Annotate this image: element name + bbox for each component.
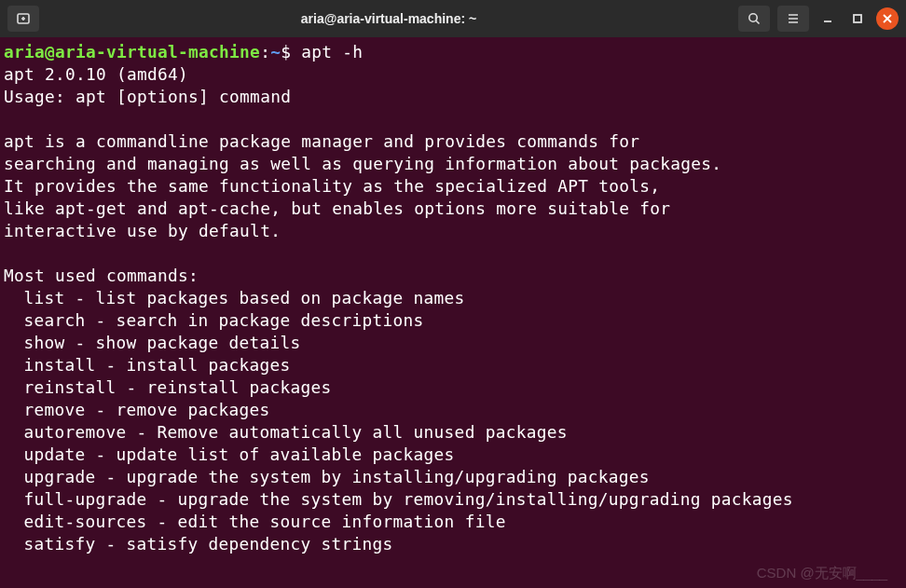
command-item: list - list packages based on package na… <box>4 287 902 309</box>
command-item: update - update list of available packag… <box>4 444 902 466</box>
close-icon <box>882 13 893 24</box>
output-desc-3: like apt-get and apt-cache, but enables … <box>4 198 902 220</box>
command-item: remove - remove packages <box>4 399 902 421</box>
svg-rect-2 <box>854 15 861 22</box>
prompt-separator: : <box>260 42 270 62</box>
new-tab-button[interactable] <box>7 6 39 32</box>
prompt-user-host: aria@aria-virtual-machine <box>4 42 260 62</box>
search-button[interactable] <box>738 6 770 32</box>
new-tab-icon <box>16 11 31 26</box>
command-item: search - search in package descriptions <box>4 309 902 332</box>
output-usage: Usage: apt [options] command <box>4 86 902 108</box>
watermark: CSDN @无安啊____ <box>757 565 887 582</box>
command-item: satisfy - satisfy dependency strings <box>4 533 902 555</box>
prompt-symbol: $ <box>281 42 291 62</box>
command-text: apt -h <box>301 42 363 62</box>
titlebar: aria@aria-virtual-machine: ~ <box>0 0 906 37</box>
svg-point-1 <box>749 14 757 21</box>
command-item: reinstall - reinstall packages <box>4 376 902 399</box>
commands-header: Most used commands: <box>4 265 902 287</box>
prompt-path: ~ <box>270 42 281 62</box>
maximize-icon <box>852 13 863 24</box>
command-item: upgrade - upgrade the system by installi… <box>4 466 902 488</box>
command-item: edit-sources - edit the source informati… <box>4 511 902 533</box>
output-desc-1: searching and managing as well as queryi… <box>4 153 902 175</box>
output-desc-4: interactive use by default. <box>4 220 902 242</box>
prompt-line: aria@aria-virtual-machine:~$ apt -h <box>4 41 902 63</box>
menu-button[interactable] <box>777 6 809 32</box>
command-item: install - install packages <box>4 354 902 376</box>
search-icon <box>747 11 762 26</box>
command-item: show - show package details <box>4 332 902 354</box>
output-desc-2: It provides the same functionality as th… <box>4 175 902 198</box>
terminal-content[interactable]: aria@aria-virtual-machine:~$ apt -hapt 2… <box>0 37 906 559</box>
maximize-button[interactable] <box>846 7 869 30</box>
minimize-button[interactable] <box>817 7 839 30</box>
hamburger-icon <box>786 11 801 26</box>
blank-line <box>4 242 902 265</box>
blank-line <box>4 108 902 130</box>
output-desc-0: apt is a commandline package manager and… <box>4 130 902 153</box>
output-version: apt 2.0.10 (amd64) <box>4 63 902 86</box>
command-item: full-upgrade - upgrade the system by rem… <box>4 488 902 511</box>
window-title: aria@aria-virtual-machine: ~ <box>45 11 733 26</box>
minimize-icon <box>822 13 833 24</box>
close-button[interactable] <box>876 7 899 30</box>
command-item: autoremove - Remove automatically all un… <box>4 421 902 444</box>
